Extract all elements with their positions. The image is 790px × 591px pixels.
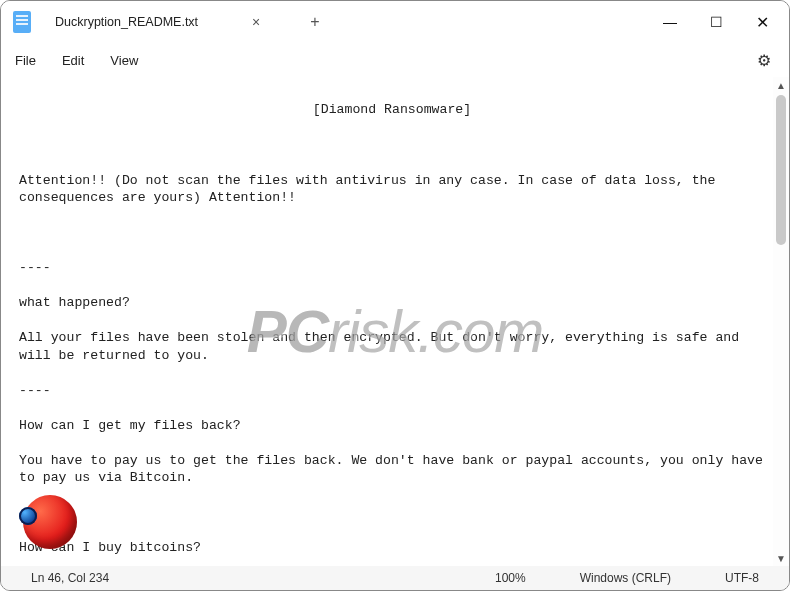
tab-close-icon[interactable]: ×: [248, 14, 264, 30]
text-line: All your files have been stolen and then…: [19, 329, 765, 364]
text-line: [19, 137, 765, 155]
status-position: Ln 46, Col 234: [9, 571, 131, 585]
text-line: How can I get my files back?: [19, 417, 765, 435]
text-line: How can I buy bitcoins?: [19, 539, 765, 557]
vertical-scrollbar[interactable]: ▲ ▼: [773, 77, 789, 566]
titlebar: Duckryption_README.txt × + — ☐ ✕: [1, 1, 789, 43]
scroll-down-arrow[interactable]: ▼: [773, 550, 789, 566]
text-line: Attention!! (Do not scan the files with …: [19, 172, 765, 207]
notepad-app-icon: [13, 11, 31, 33]
status-eol: Windows (CRLF): [558, 571, 693, 585]
text-line: ----: [19, 504, 765, 522]
menu-view[interactable]: View: [110, 53, 138, 68]
scroll-thumb[interactable]: [776, 95, 786, 245]
document-tab[interactable]: Duckryption_README.txt ×: [41, 5, 278, 39]
text-line: [19, 224, 765, 242]
window-controls: — ☐ ✕: [647, 1, 785, 43]
text-content[interactable]: [Diamond Ransomware] Attention!! (Do not…: [1, 77, 773, 566]
statusbar: Ln 46, Col 234 100% Windows (CRLF) UTF-8: [1, 566, 789, 590]
scroll-up-arrow[interactable]: ▲: [773, 77, 789, 93]
status-encoding: UTF-8: [703, 571, 781, 585]
tab-title: Duckryption_README.txt: [55, 15, 198, 29]
text-line: what happened?: [19, 294, 765, 312]
close-window-button[interactable]: ✕: [739, 1, 785, 43]
status-zoom[interactable]: 100%: [473, 571, 548, 585]
new-tab-button[interactable]: +: [302, 13, 327, 31]
menu-edit[interactable]: Edit: [62, 53, 84, 68]
menubar: File Edit View ⚙: [1, 43, 789, 77]
settings-icon[interactable]: ⚙: [753, 47, 775, 74]
text-line: You have to pay us to get the files back…: [19, 452, 765, 487]
maximize-button[interactable]: ☐: [693, 1, 739, 43]
minimize-button[interactable]: —: [647, 1, 693, 43]
text-line: ----: [19, 259, 765, 277]
editor-area: [Diamond Ransomware] Attention!! (Do not…: [1, 77, 789, 566]
doc-title: [Diamond Ransomware]: [19, 101, 765, 119]
menu-file[interactable]: File: [15, 53, 36, 68]
text-line: ----: [19, 382, 765, 400]
